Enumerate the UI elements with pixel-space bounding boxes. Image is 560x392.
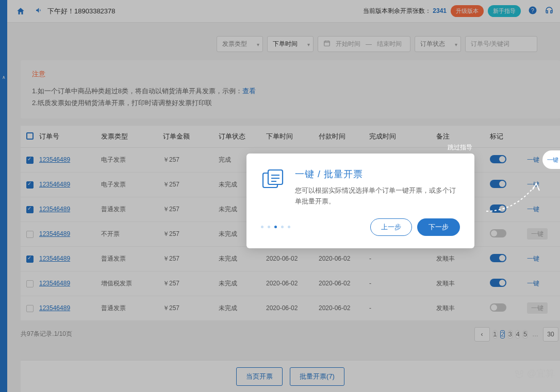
svg-rect-4 <box>268 170 283 184</box>
tour-prev-button[interactable]: 上一步 <box>370 218 412 236</box>
tour-progress-dots <box>261 226 290 228</box>
tour-next-button[interactable]: 下一步 <box>417 218 460 236</box>
watermark: @宜算 <box>514 367 555 380</box>
invoice-batch-icon <box>261 168 286 191</box>
tour-desc: 您可以根据实际情况选择单个订单一键开票，或多个订单批量开票。 <box>295 185 460 207</box>
skip-guide-link[interactable]: 跳过指导 <box>448 143 472 152</box>
tour-popup: 一键 / 批量开票 您可以根据实际情况选择单个订单一键开票，或多个订单批量开票。… <box>246 154 474 248</box>
guide-target-bubble: 一键 <box>542 150 560 169</box>
tour-title: 一键 / 批量开票 <box>295 168 460 180</box>
